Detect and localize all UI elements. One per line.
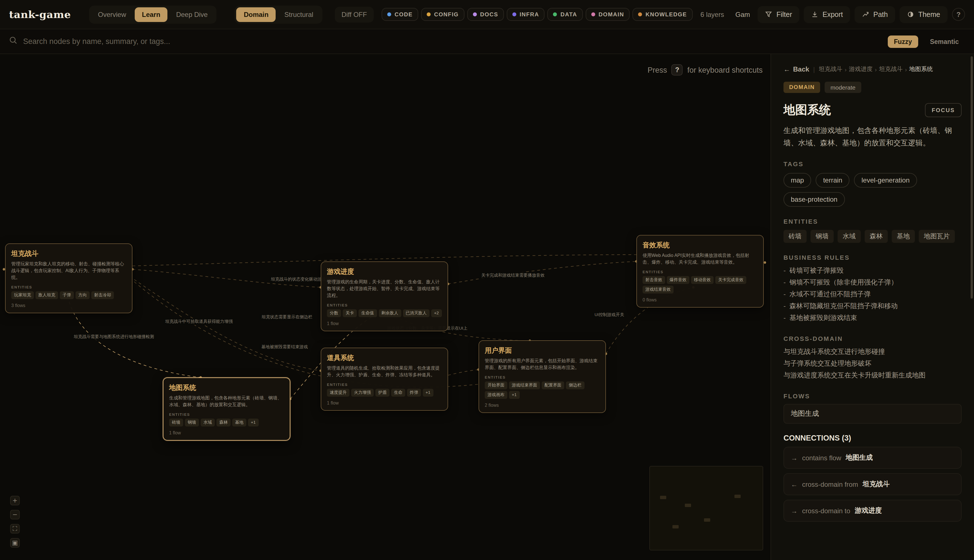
graph-node-tank-battle[interactable]: 坦克战斗 管理玩家坦克和敌人坦克的移动、射击、碰撞检测等核心战斗逻辑，包含玩家控… — [5, 243, 132, 313]
entity-chip: 射击冷却 — [91, 291, 114, 299]
cross-domain-item: 与游戏进度系统交互在关卡升级时重新生成地图 — [784, 370, 962, 382]
tag-pill[interactable]: base-protection — [784, 192, 845, 207]
export-button[interactable]: Export — [804, 6, 850, 23]
entity-chip: 已消灭敌人 — [403, 309, 430, 317]
layer-chip-domain[interactable]: DOMAIN — [585, 8, 630, 21]
node-title: 游戏进度 — [327, 267, 442, 277]
layer-dot — [638, 12, 642, 16]
connection-item[interactable]: → cross-domain to 游戏进度 — [784, 500, 962, 522]
search-mode-fuzzy[interactable]: Fuzzy — [888, 35, 918, 48]
tag-pill[interactable]: map — [784, 173, 811, 188]
fit-view-button[interactable]: ⛶ — [10, 524, 20, 533]
entity-chip: 配置界面 — [542, 382, 564, 389]
search-mode-semantic[interactable]: Semantic — [924, 35, 965, 48]
tag-pill[interactable]: terrain — [816, 173, 850, 188]
connection-type: contains flow — [802, 454, 841, 462]
node-title: 道具系统 — [327, 353, 442, 363]
arrow-right-icon: → — [791, 507, 797, 515]
node-flows-count: 1 flow — [169, 430, 284, 435]
zoom-controls: + − ⛶ ▣ — [10, 496, 20, 548]
minimap-node — [685, 504, 691, 507]
breadcrumb-item[interactable]: 坦克战斗 — [819, 65, 842, 73]
panel-scrollbar[interactable] — [971, 56, 973, 298]
zoom-in-button[interactable]: + — [10, 496, 20, 505]
theme-button[interactable]: Theme — [900, 6, 947, 23]
layer-chip-infra[interactable]: INFRA — [507, 8, 545, 21]
search-input[interactable] — [23, 37, 882, 46]
tab-overview[interactable]: Overview — [90, 7, 133, 22]
entity-chip: 移动音效 — [691, 276, 714, 284]
minimap[interactable] — [649, 466, 763, 550]
graph-node-item-system[interactable]: 道具系统 管理道具的随机生成、拾取检测和效果应用，包含速度提升、火力增强、护盾、… — [321, 348, 448, 411]
focus-button[interactable]: FOCUS — [925, 103, 962, 117]
entity-chip: 方向 — [75, 291, 90, 299]
entity-chip: 玩家坦克 — [11, 291, 34, 299]
node-entities-label: ENTITIES — [642, 270, 757, 274]
panel-title-row: 地图系统 FOCUS — [784, 102, 962, 118]
layer-chip-docs[interactable]: DOCS — [467, 8, 504, 21]
layer-label: DOCS — [480, 11, 498, 17]
back-button[interactable]: ← Back — [784, 65, 809, 73]
business-rules-list: 砖墙可被子弹摧毁 钢墙不可摧毁（除非使用强化子弹） 水域不可通过但不阻挡子弹 森… — [784, 265, 962, 324]
cross-domain-item: 与子弹系统交互处理地形破坏 — [784, 358, 962, 370]
entity-chip: 关卡完成音效 — [715, 276, 746, 284]
node-entities-label: ENTITIES — [11, 285, 126, 289]
tag-pill[interactable]: level-generation — [854, 173, 917, 188]
breadcrumb-separator: › — [905, 66, 907, 73]
entity-chip: 砖墙 — [169, 418, 183, 427]
edge-label: 基地被摧毁需要结束游戏 — [259, 344, 310, 350]
theme-label: Theme — [918, 10, 940, 18]
help-button[interactable]: ? — [952, 8, 965, 21]
graph-node-user-interface[interactable]: 用户界面 管理游戏的所有用户界面元素，包括开始界面、游戏结束界面、配置界面、侧边… — [479, 340, 606, 413]
connection-item[interactable]: ← cross-domain from 坦克战斗 — [784, 473, 962, 495]
mode-structural[interactable]: Structural — [277, 7, 321, 22]
minimap-node — [734, 495, 741, 498]
breadcrumb-item[interactable]: 坦克战斗 — [879, 65, 903, 73]
entities-section-label: ENTITIES — [784, 218, 962, 225]
layer-filter-bar: CODE CONFIG DOCS INFRA DATA DOMAIN — [382, 8, 692, 21]
connection-item[interactable]: → contains flow 地图生成 — [784, 447, 962, 469]
entity-chip: 开始界面 — [485, 382, 507, 389]
rule-item: 森林可隐藏坦克但不阻挡子弹和移动 — [784, 300, 962, 312]
entity-chip: 分数 — [327, 309, 341, 317]
filter-button[interactable]: Filter — [758, 6, 799, 23]
path-button[interactable]: Path — [855, 6, 895, 23]
mode-domain[interactable]: Domain — [237, 7, 276, 22]
layer-chip-data[interactable]: DATA — [548, 8, 583, 21]
tab-learn[interactable]: Learn — [135, 7, 168, 22]
entity-chip: 游戏结束音效 — [642, 286, 674, 293]
connection-target: 地图生成 — [846, 453, 873, 463]
entity-chip: 游戏画布 — [485, 391, 507, 399]
entity-chip: 森林 — [217, 418, 230, 427]
connection-type: cross-domain to — [802, 507, 850, 515]
layer-chip-knowledge[interactable]: KNOWLEDGE — [633, 8, 693, 21]
entity-chip: 射击音效 — [642, 276, 665, 284]
project-indicator[interactable]: Game Co — [732, 10, 750, 18]
entity-chip: 炸弹 — [407, 389, 421, 397]
complexity-badge: moderate — [825, 82, 861, 93]
graph-node-map-system[interactable]: 地图系统 生成和管理游戏地图，包含各种地形元素（砖墙、钢墙、水域、森林、基地）的… — [163, 377, 290, 440]
layer-chip-code[interactable]: CODE — [382, 8, 418, 21]
layer-chip-config[interactable]: CONFIG — [421, 8, 464, 21]
breadcrumb-item[interactable]: 游戏进度 — [849, 65, 872, 73]
rule-item: 基地被摧毁则游戏结束 — [784, 312, 962, 324]
node-type-badge: DOMAIN — [784, 82, 821, 93]
graph-canvas[interactable]: Press ? for keyboard shortcuts — [0, 54, 771, 560]
minimap-node — [672, 525, 679, 528]
graph-node-sound-system[interactable]: 音效系统 使用Web Audio API实时生成和播放游戏音效，包括射击、爆炸、… — [636, 235, 764, 308]
node-summary: 生成和管理游戏地图，包含各种地形元素（砖墙、钢墙、水域、森林、基地）的放置和交互… — [784, 125, 962, 149]
tab-deep-dive[interactable]: Deep Dive — [169, 7, 215, 22]
graph-node-game-progress[interactable]: 游戏进度 管理游戏的生命周期，关卡进度、分数、生命值、敌人计数等状态，处理游戏开… — [321, 262, 448, 331]
entity-chip: 关卡 — [343, 309, 357, 317]
lock-view-button[interactable]: ▣ — [10, 538, 20, 548]
app-header: tank-game Overview Learn Deep Dive Domai… — [0, 0, 974, 29]
entity-chip: 基地 — [892, 230, 915, 243]
diff-toggle[interactable]: Diff OFF — [335, 7, 374, 22]
breadcrumb-divider: | — [813, 66, 815, 73]
node-description: 管理玩家坦克和敌人坦克的移动、射击、碰撞检测等核心战斗逻辑，包含玩家控制、AI敌… — [11, 261, 126, 281]
zoom-out-button[interactable]: − — [10, 510, 20, 520]
graph-edge — [448, 370, 479, 375]
flow-item[interactable]: 地图生成 — [784, 404, 962, 424]
layer-label: DATA — [560, 11, 577, 17]
entity-chip: 生命值 — [359, 309, 377, 317]
